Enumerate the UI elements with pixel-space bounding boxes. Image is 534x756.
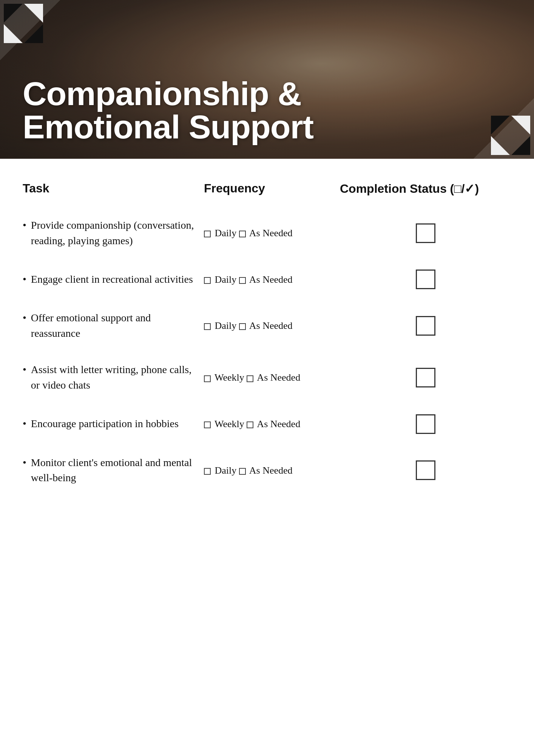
task-cell: • Monitor client's emotional and mental … [23, 455, 204, 486]
freq-box-asneeded[interactable] [239, 468, 246, 475]
table-row: • Monitor client's emotional and mental … [23, 445, 511, 496]
task-text: Offer emotional support and reassurance [31, 310, 196, 341]
completion-checkbox[interactable] [416, 460, 435, 480]
task-cell: • Assist with letter writing, phone call… [23, 362, 204, 393]
freq-box-asneeded[interactable] [239, 277, 246, 284]
deco-blocks-tl [4, 4, 43, 43]
deco-block-3 [4, 24, 23, 43]
freq-box-daily[interactable] [204, 277, 211, 284]
freq-label-daily: Daily [212, 228, 239, 239]
task-cell: • Provide companionship (conversation, r… [23, 218, 204, 248]
deco-block-2 [24, 4, 43, 23]
completion-checkbox[interactable] [416, 316, 435, 336]
bullet-item: • Provide companionship (conversation, r… [23, 218, 196, 248]
status-cell [340, 270, 511, 289]
deco-block-1 [4, 4, 23, 23]
deco-block-br-3 [491, 136, 510, 155]
hero-banner: Companionship & Emotional Support [0, 0, 534, 159]
deco-block-br-2 [511, 116, 530, 135]
frequency-cell: Daily As Needed [204, 318, 340, 333]
content-area: Task Frequency Completion Status (□/✓) •… [0, 159, 534, 527]
task-text: Engage client in recreational activities [31, 272, 196, 287]
bullet-icon: • [23, 362, 26, 378]
status-cell [340, 223, 511, 243]
bullet-item: • Engage client in recreational activiti… [23, 272, 196, 287]
status-cell [340, 316, 511, 336]
freq-label-asneeded: As Needed [255, 372, 300, 383]
table-row: • Encourage participation in hobbies Wee… [23, 404, 511, 445]
freq-box-weekly[interactable] [204, 421, 211, 428]
deco-blocks-br [491, 116, 530, 155]
status-cell [340, 414, 511, 434]
bullet-item: • Assist with letter writing, phone call… [23, 362, 196, 393]
freq-label-asneeded: As Needed [247, 465, 293, 476]
bullet-icon: • [23, 416, 26, 432]
frequency-cell: Daily As Needed [204, 272, 340, 287]
freq-label-weekly: Weekly [212, 418, 247, 429]
deco-block-br-1 [491, 116, 510, 135]
page-title: Companionship & Emotional Support [23, 77, 313, 144]
freq-label-weekly: Weekly [212, 372, 247, 383]
deco-block-4 [24, 24, 43, 43]
bullet-icon: • [23, 310, 26, 326]
freq-box-weekly[interactable] [204, 375, 211, 382]
bullet-item: • Monitor client's emotional and mental … [23, 455, 196, 486]
frequency-cell: Daily As Needed [204, 463, 340, 478]
freq-label-asneeded: As Needed [247, 228, 293, 239]
completion-checkbox[interactable] [416, 368, 435, 387]
freq-box-asneeded[interactable] [239, 323, 246, 330]
freq-label-asneeded: As Needed [247, 274, 293, 285]
freq-label-daily: Daily [212, 320, 239, 331]
bullet-icon: • [23, 455, 26, 471]
table-row: • Engage client in recreational activiti… [23, 259, 511, 300]
frequency-cell: Daily As Needed [204, 226, 340, 240]
freq-label-daily: Daily [212, 274, 239, 285]
freq-box-daily[interactable] [204, 231, 211, 237]
col-header-frequency: Frequency [204, 181, 340, 196]
table-header: Task Frequency Completion Status (□/✓) [23, 181, 511, 200]
bullet-icon: • [23, 272, 26, 287]
freq-label-asneeded: As Needed [247, 320, 293, 331]
deco-block-br-4 [511, 136, 530, 155]
freq-box-daily[interactable] [204, 468, 211, 475]
freq-box-asneeded[interactable] [247, 375, 253, 382]
table-row: • Offer emotional support and reassuranc… [23, 300, 511, 352]
freq-box-asneeded[interactable] [239, 231, 246, 237]
completion-checkbox[interactable] [416, 223, 435, 243]
title-line1: Companionship & [23, 77, 313, 110]
table-row: • Assist with letter writing, phone call… [23, 352, 511, 403]
col-header-task: Task [23, 181, 204, 196]
freq-box-daily[interactable] [204, 323, 211, 330]
bullet-icon: • [23, 218, 26, 233]
table-row: • Provide companionship (conversation, r… [23, 207, 511, 259]
task-text: Monitor client's emotional and mental we… [31, 455, 196, 486]
status-cell [340, 368, 511, 387]
task-text: Provide companionship (conversation, rea… [31, 218, 196, 248]
task-text: Assist with letter writing, phone calls,… [31, 362, 196, 393]
title-line2: Emotional Support [23, 110, 313, 144]
freq-label-asneeded: As Needed [255, 418, 300, 429]
task-cell: • Engage client in recreational activiti… [23, 272, 204, 287]
task-cell: • Offer emotional support and reassuranc… [23, 310, 204, 341]
bullet-item: • Offer emotional support and reassuranc… [23, 310, 196, 341]
freq-label-daily: Daily [212, 465, 239, 476]
freq-box-asneeded[interactable] [247, 421, 253, 428]
task-cell: • Encourage participation in hobbies [23, 416, 204, 432]
frequency-cell: Weekly As Needed [204, 370, 340, 385]
completion-checkbox[interactable] [416, 270, 435, 289]
task-text: Encourage participation in hobbies [31, 416, 196, 432]
status-cell [340, 460, 511, 480]
bullet-item: • Encourage participation in hobbies [23, 416, 196, 432]
frequency-cell: Weekly As Needed [204, 417, 340, 431]
completion-checkbox[interactable] [416, 414, 435, 434]
col-header-status: Completion Status (□/✓) [340, 181, 511, 196]
